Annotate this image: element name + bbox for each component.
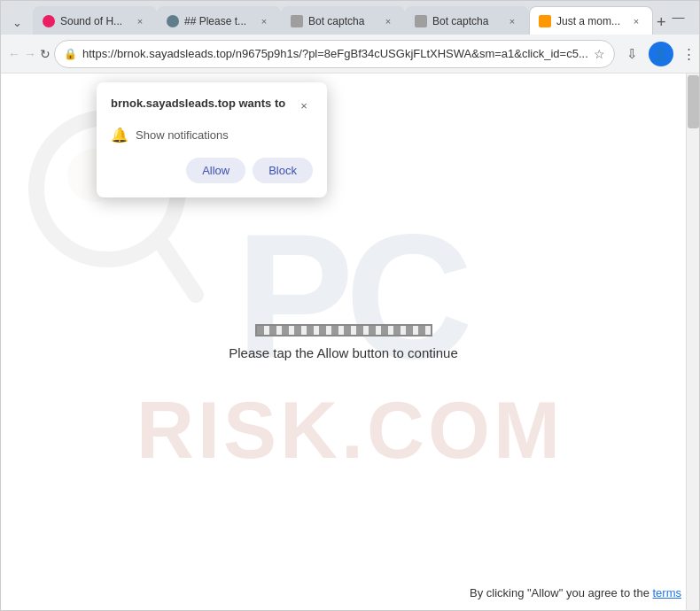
tab-please[interactable]: ## Please t... × (157, 6, 281, 35)
lock-icon: 🔒 (64, 48, 77, 60)
block-button[interactable]: Block (253, 158, 313, 183)
back-button[interactable]: ← (8, 40, 20, 68)
new-tab-button[interactable]: + (657, 10, 666, 35)
tab-bar: ⌄ Sound of H... × ## Please t... × Bot c… (1, 1, 699, 35)
tab-close-bot1[interactable]: × (381, 14, 395, 28)
reload-button[interactable]: ↻ (40, 40, 51, 68)
tab-close-just[interactable]: × (629, 14, 643, 28)
tab-title-sound: Sound of H... (60, 15, 128, 27)
popup-title: brnok.sayadsleads.top wants to (111, 97, 285, 112)
popup-buttons: Allow Block (111, 158, 313, 183)
popup-notification-row: 🔔 Show notifications (111, 127, 313, 143)
url-text: https://brnok.sayadsleads.top/n9675p9h1s… (82, 47, 588, 60)
notification-popup: brnok.sayadsleads.top wants to × 🔔 Show … (97, 82, 327, 197)
tab-bar-left: ⌄ (4, 10, 29, 35)
page-bottom: By clicking "Allow" you agree to the ter… (470, 586, 681, 599)
popup-close-button[interactable]: × (295, 97, 313, 114)
tab-close-please[interactable]: × (257, 14, 271, 28)
scrollbar-thumb[interactable] (688, 75, 699, 128)
tab-bot2[interactable]: Bot captcha × (405, 6, 529, 35)
tab-just[interactable]: Just a mom... × (529, 6, 653, 35)
tab-list-arrow[interactable]: ⌄ (4, 10, 29, 35)
allow-button[interactable]: Allow (186, 158, 245, 183)
minimize-button[interactable]: — (666, 4, 691, 29)
tab-favicon-just (539, 15, 551, 27)
tab-sound[interactable]: Sound of H... × (33, 6, 157, 35)
tab-close-sound[interactable]: × (133, 14, 147, 28)
scrollbar[interactable] (686, 73, 699, 610)
maximize-button[interactable]: □ (695, 4, 700, 29)
page-content: PC RISK.COM brnok.sayadsleads.top wants … (1, 73, 699, 610)
tab-favicon-bot1 (291, 15, 303, 27)
browser-window: ⌄ Sound of H... × ## Please t... × Bot c… (0, 0, 700, 611)
bookmark-icon[interactable]: ☆ (594, 47, 605, 61)
toolbar: ← → ↻ 🔒 https://brnok.sayadsleads.top/n9… (1, 35, 699, 73)
tab-favicon-bot2 (415, 15, 427, 27)
popup-header: brnok.sayadsleads.top wants to × (111, 97, 313, 114)
toolbar-right: ⇩ 👤 ⋮ (618, 40, 700, 68)
tab-favicon-sound (43, 15, 55, 27)
page-instruction: Please tap the Allow button to continue (229, 345, 458, 360)
download-button[interactable]: ⇩ (618, 40, 647, 68)
tab-bot1[interactable]: Bot captcha × (281, 6, 405, 35)
popup-notification-text: Show notifications (136, 128, 229, 142)
tab-close-bot2[interactable]: × (505, 14, 519, 28)
bottom-text: By clicking "Allow" you agree to the (470, 586, 649, 599)
menu-button[interactable]: ⋮ (675, 40, 700, 68)
address-bar[interactable]: 🔒 https://brnok.sayadsleads.top/n9675p9h… (54, 40, 615, 68)
loading-bar (255, 324, 432, 336)
forward-button[interactable]: → (24, 40, 36, 68)
profile-button[interactable]: 👤 (649, 42, 673, 66)
tab-title-just: Just a mom... (556, 15, 624, 27)
tab-title-bot2: Bot captcha (432, 15, 500, 27)
terms-link[interactable]: terms (653, 586, 682, 599)
tab-favicon-please (167, 15, 179, 27)
tab-title-bot1: Bot captcha (308, 15, 376, 27)
bell-icon: 🔔 (111, 127, 128, 143)
tab-title-please: ## Please t... (184, 15, 252, 27)
